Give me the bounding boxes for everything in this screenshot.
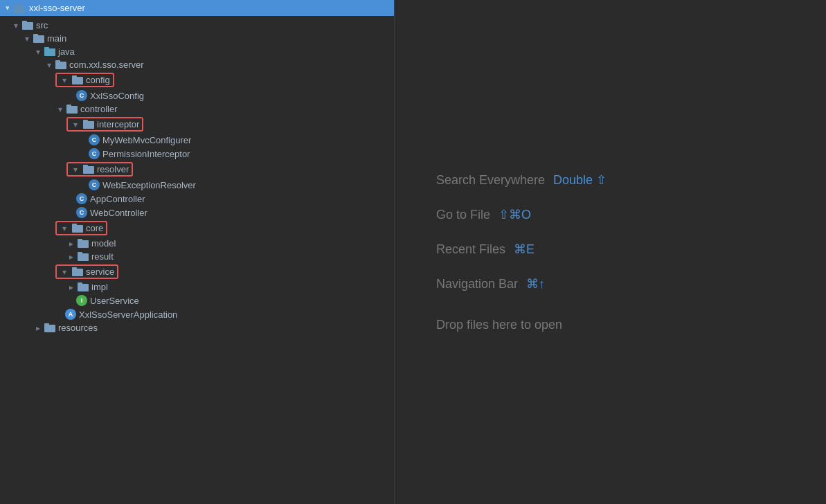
go-to-file-label: Go to File bbox=[436, 208, 490, 222]
folder-icon bbox=[78, 282, 89, 291]
item-label: WebController bbox=[90, 208, 147, 218]
svg-rect-17 bbox=[83, 165, 88, 168]
navigation-bar-row: Navigation Bar ⌘↑ bbox=[436, 276, 784, 291]
tree-item-MyWebMvcConfigurer[interactable]: C MyWebMvcConfigurer bbox=[0, 133, 394, 147]
class-c-icon: C bbox=[89, 179, 100, 190]
folder-icon bbox=[33, 34, 44, 43]
tree-item-PermissionInterceptor[interactable]: C PermissionInterceptor bbox=[0, 147, 394, 161]
item-label: main bbox=[47, 33, 66, 44]
chevron-down-icon bbox=[33, 47, 43, 57]
svg-rect-23 bbox=[78, 252, 82, 255]
item-label: core bbox=[86, 223, 103, 233]
item-label: AppController bbox=[90, 194, 145, 204]
search-everywhere-key: Double ⇧ bbox=[553, 172, 607, 188]
tree-item-WebExceptionResolver[interactable]: C WebExceptionResolver bbox=[0, 178, 394, 192]
tree-item-core[interactable]: core bbox=[0, 219, 394, 237]
search-everywhere-label: Search Everywhere bbox=[436, 173, 545, 188]
class-c-icon: C bbox=[89, 134, 100, 145]
tree-item-result[interactable]: result bbox=[0, 250, 394, 263]
class-i-icon: I bbox=[76, 295, 87, 306]
go-to-file-key: ⇧⌘O bbox=[499, 207, 531, 222]
tree-item-impl[interactable]: impl bbox=[0, 280, 394, 294]
svg-rect-29 bbox=[44, 323, 49, 326]
item-label: controller bbox=[80, 104, 117, 114]
chevron-right-icon bbox=[66, 282, 76, 292]
svg-rect-27 bbox=[78, 282, 82, 285]
search-everywhere-row: Search Everywhere Double ⇧ bbox=[436, 172, 784, 188]
item-label: XxlSsoConfig bbox=[90, 91, 144, 101]
item-label: src bbox=[36, 20, 48, 30]
chevron-down-icon bbox=[60, 75, 69, 85]
chevron-down-icon bbox=[71, 165, 80, 174]
drop-files-text: Drop files here to open bbox=[436, 318, 784, 332]
svg-rect-15 bbox=[83, 120, 88, 123]
folder-icon bbox=[83, 165, 94, 174]
svg-rect-0 bbox=[14, 6, 25, 13]
navigation-bar-key: ⌘↑ bbox=[526, 276, 545, 291]
tree-item-src[interactable]: src bbox=[0, 19, 394, 32]
folder-icon bbox=[78, 239, 89, 248]
chevron-down-icon bbox=[22, 34, 32, 44]
svg-rect-25 bbox=[72, 267, 77, 270]
tree-item-interceptor[interactable]: interceptor bbox=[0, 116, 394, 133]
tree-item-XxlSsoConfig[interactable]: C XxlSsoConfig bbox=[0, 89, 394, 102]
chevron-right-icon bbox=[66, 239, 76, 249]
project-title: xxl-sso-server bbox=[29, 3, 85, 13]
chevron-right-icon bbox=[33, 323, 43, 333]
item-label: impl bbox=[91, 282, 108, 292]
item-label: UserService bbox=[90, 296, 139, 306]
tree-item-XxlSsoServerApplication[interactable]: A XxlSsoServerApplication bbox=[0, 307, 394, 321]
chevron-down-icon bbox=[71, 120, 80, 129]
navigation-bar-label: Navigation Bar bbox=[436, 277, 518, 291]
item-label: service bbox=[86, 267, 114, 277]
tree-item-AppController[interactable]: C AppController bbox=[0, 192, 394, 206]
tree-item-java[interactable]: java bbox=[0, 45, 394, 58]
chevron-down-icon bbox=[44, 60, 54, 70]
tree-item-main[interactable]: main bbox=[0, 32, 394, 45]
chevron-down-icon bbox=[11, 21, 21, 30]
tree-item-model[interactable]: model bbox=[0, 237, 394, 250]
folder-icon bbox=[55, 60, 66, 69]
tree-item-com-xxl-sso-server[interactable]: com.xxl.sso.server bbox=[0, 58, 394, 71]
tree-item-resolver[interactable]: resolver bbox=[0, 161, 394, 178]
tree-item-WebController[interactable]: C WebController bbox=[0, 206, 394, 219]
tree-item-service[interactable]: service bbox=[0, 263, 394, 280]
svg-rect-3 bbox=[22, 21, 27, 24]
folder-icon bbox=[72, 224, 83, 233]
recent-files-row: Recent Files ⌘E bbox=[436, 242, 784, 257]
class-app-icon: A bbox=[65, 309, 76, 320]
svg-rect-21 bbox=[78, 239, 82, 242]
folder-icon bbox=[44, 323, 55, 332]
resolver-highlight-box: resolver bbox=[66, 162, 133, 177]
svg-rect-5 bbox=[33, 34, 38, 37]
folder-icon bbox=[22, 21, 33, 30]
folder-icon bbox=[78, 252, 89, 261]
tree-item-resources[interactable]: resources bbox=[0, 321, 394, 334]
tree-item-controller[interactable]: controller bbox=[0, 102, 394, 116]
core-highlight-box: core bbox=[55, 221, 107, 235]
item-label: model bbox=[91, 238, 116, 249]
folder-icon bbox=[83, 120, 94, 129]
item-label: WebExceptionResolver bbox=[102, 180, 196, 190]
svg-rect-9 bbox=[55, 60, 60, 63]
item-label: config bbox=[86, 75, 110, 85]
project-header[interactable]: ▾ xxl-sso-server bbox=[0, 0, 394, 16]
service-highlight-box: service bbox=[55, 264, 118, 279]
item-label: MyWebMvcConfigurer bbox=[102, 135, 191, 145]
tree-item-config[interactable]: config bbox=[0, 71, 394, 89]
folder-icon bbox=[66, 105, 78, 114]
welcome-panel: Search Everywhere Double ⇧ Go to File ⇧⌘… bbox=[395, 0, 826, 504]
chevron-down-icon bbox=[60, 267, 69, 277]
recent-files-key: ⌘E bbox=[514, 242, 535, 257]
chevron-right-icon bbox=[66, 252, 76, 262]
folder-icon bbox=[14, 3, 25, 13]
recent-files-label: Recent Files bbox=[436, 242, 505, 257]
item-label: com.xxl.sso.server bbox=[69, 60, 144, 70]
tree-item-UserService[interactable]: I UserService bbox=[0, 294, 394, 307]
class-c-icon: C bbox=[89, 148, 100, 159]
chevron-down-icon bbox=[60, 224, 69, 233]
folder-icon bbox=[72, 267, 83, 276]
item-label: XxlSsoServerApplication bbox=[79, 309, 177, 320]
svg-rect-19 bbox=[72, 224, 77, 226]
class-c-icon: C bbox=[76, 193, 87, 204]
